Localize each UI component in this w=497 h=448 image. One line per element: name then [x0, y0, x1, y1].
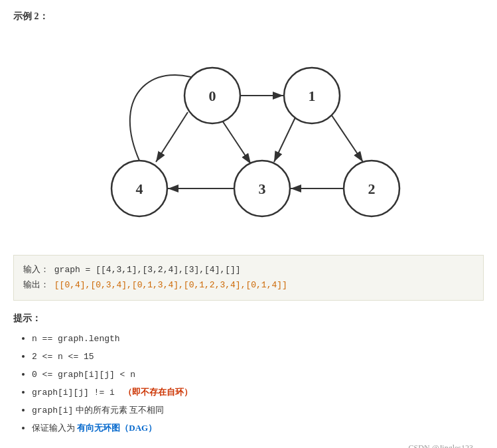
hints-title: 提示：: [13, 313, 484, 325]
graph-container: 0 1 2 3 4: [76, 29, 421, 248]
hints-list: n == graph.length 2 <= n <= 15 0 <= grap…: [13, 330, 484, 437]
page-wrapper: 示例 2：: [13, 11, 484, 448]
hint-6-highlight: 有向无环图（DAG）: [77, 423, 157, 433]
hint-5-text2: 中的所有元素 互不相同: [76, 405, 164, 415]
graph-svg: 0 1 2 3 4: [76, 29, 421, 248]
hint-4: graph[i][j] != i （即不存在自环）: [32, 384, 484, 402]
hint-4-highlight: （即不存在自环）: [123, 388, 192, 398]
watermark: CSDN @Jingles123: [409, 443, 473, 448]
code-box: 输入： graph = [[4,3,1],[3,2,4],[3],[4],[]]…: [13, 255, 484, 301]
hint-5-text: graph[i]: [32, 406, 73, 415]
edge-0-3: [221, 119, 251, 164]
hint-6-text: 保证输入为: [32, 423, 77, 433]
output-line: 输出： [[0,4],[0,3,4],[0,1,3,4],[0,1,2,3,4]…: [23, 277, 474, 293]
hint-1: n == graph.length: [32, 330, 484, 348]
output-label: 输出：: [23, 280, 49, 290]
hint-2: 2 <= n <= 15: [32, 348, 484, 366]
hint-3-text: 0 <= graph[i][j] < n: [32, 370, 135, 380]
hint-3: 0 <= graph[i][j] < n: [32, 366, 484, 384]
hint-4-text: graph[i][j] != i: [32, 388, 115, 398]
node-label-1: 1: [308, 88, 315, 104]
input-label: 输入：: [23, 265, 49, 275]
hint-1-text: n == graph.length: [32, 334, 120, 344]
hint-5: graph[i] 中的所有元素 互不相同: [32, 402, 484, 419]
hint-4-space: [117, 387, 121, 397]
input-value: graph = [[4,3,1],[3,2,4],[3],[4],[]]: [54, 265, 241, 275]
section-title: 示例 2：: [13, 11, 484, 23]
node-label-3: 3: [258, 181, 265, 197]
hints-section: 提示： n == graph.length 2 <= n <= 15 0 <= …: [13, 313, 484, 437]
edge-0-4: [156, 112, 188, 162]
hint-2-text: 2 <= n <= 15: [32, 352, 94, 362]
output-value: [[0,4],[0,3,4],[0,1,3,4],[0,1,2,3,4],[0,…: [54, 280, 287, 290]
input-line: 输入： graph = [[4,3,1],[3,2,4],[3],[4],[]]: [23, 262, 474, 277]
edge-1-2: [332, 115, 363, 162]
node-label-0: 0: [208, 88, 216, 104]
node-label-2: 2: [368, 181, 375, 197]
edge-1-3: [274, 117, 295, 162]
node-label-4: 4: [135, 181, 143, 197]
hint-6: 保证输入为 有向无环图（DAG）: [32, 419, 484, 437]
